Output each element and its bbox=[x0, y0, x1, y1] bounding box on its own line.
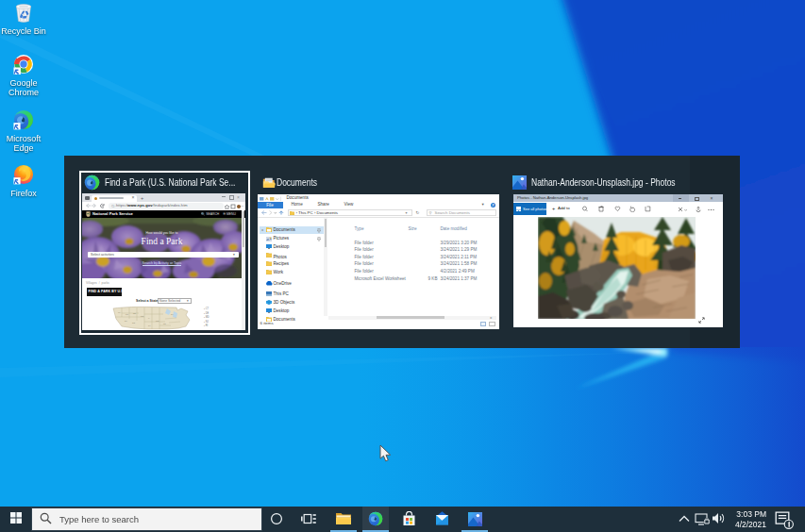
svg-text:MO: MO bbox=[156, 320, 159, 322]
svg-text:CO: CO bbox=[132, 322, 135, 324]
svg-text:MN: MN bbox=[141, 315, 144, 317]
